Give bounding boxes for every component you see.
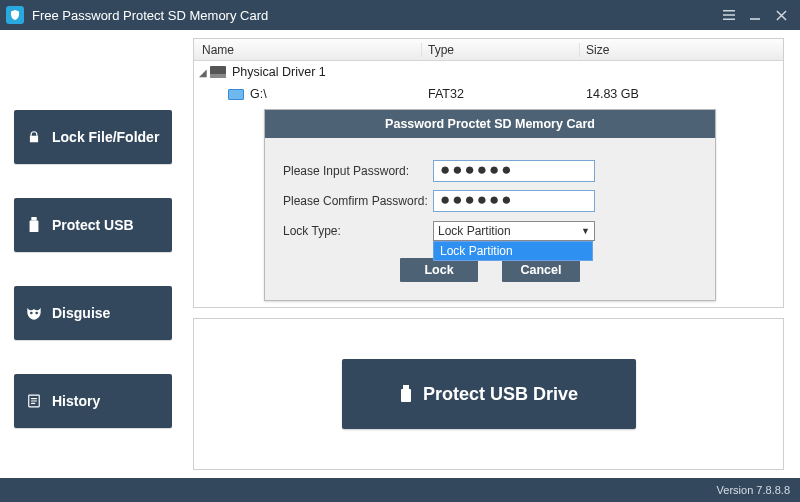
sidebar-item-history[interactable]: History (14, 374, 172, 428)
password-input[interactable]: ●●●●●● (433, 160, 595, 182)
label-confirm-password: Please Comfirm Password: (283, 194, 433, 208)
lock-icon (26, 129, 42, 145)
content: Name Type Size ◢ Physical Driver 1 G:\ (183, 30, 800, 478)
action-panel: Protect USB Drive (193, 318, 784, 470)
sidebar-item-disguise[interactable]: Disguise (14, 286, 172, 340)
label-input-password: Please Input Password: (283, 164, 433, 178)
sidebar-item-label: Protect USB (52, 217, 134, 233)
sidebar-item-protect-usb[interactable]: Protect USB (14, 198, 172, 252)
drive-panel: Name Type Size ◢ Physical Driver 1 G:\ (193, 38, 784, 308)
version-label: Version 7.8.8.8 (717, 484, 790, 496)
volume-type: FAT32 (422, 87, 580, 101)
usb-icon (399, 385, 413, 403)
svg-rect-5 (403, 385, 409, 389)
close-button[interactable] (768, 3, 794, 27)
volume-icon (228, 89, 244, 100)
drive-icon (210, 66, 226, 78)
collapse-toggle-icon[interactable]: ◢ (194, 67, 208, 78)
column-type[interactable]: Type (422, 43, 580, 57)
cancel-button[interactable]: Cancel (502, 258, 580, 282)
driver-row[interactable]: ◢ Physical Driver 1 (194, 61, 783, 83)
protect-usb-drive-button[interactable]: Protect USB Drive (342, 359, 636, 429)
shield-lock-icon (9, 9, 21, 21)
confirm-password-input[interactable]: ●●●●●● (433, 190, 595, 212)
sidebar-item-label: History (52, 393, 100, 409)
titlebar: Free Password Protect SD Memory Card (0, 0, 800, 30)
lock-type-option[interactable]: Lock Partition (434, 242, 592, 260)
sidebar-item-lock-file-folder[interactable]: Lock File/Folder (14, 110, 172, 164)
column-name[interactable]: Name (194, 43, 422, 57)
history-icon (26, 393, 42, 409)
lock-button[interactable]: Lock (400, 258, 478, 282)
menu-button[interactable] (716, 3, 742, 27)
main-area: Lock File/Folder Protect USB Disguise Hi… (0, 30, 800, 478)
dialog-body: Please Input Password: ●●●●●● Please Com… (265, 138, 715, 282)
column-size[interactable]: Size (580, 43, 783, 57)
minimize-button[interactable] (742, 3, 768, 27)
usb-icon (26, 217, 42, 233)
label-lock-type: Lock Type: (283, 224, 433, 238)
svg-point-2 (30, 312, 33, 315)
app-root: Free Password Protect SD Memory Card Loc… (0, 0, 800, 502)
protect-usb-label: Protect USB Drive (423, 384, 578, 405)
app-logo-icon (6, 6, 24, 24)
chevron-down-icon: ▼ (581, 226, 590, 236)
volume-size: 14.83 GB (580, 87, 783, 101)
table-header: Name Type Size (194, 39, 783, 61)
table-body: ◢ Physical Driver 1 G:\ FAT32 14.83 GB (194, 61, 783, 105)
sidebar-item-label: Disguise (52, 305, 110, 321)
driver-label: Physical Driver 1 (232, 65, 326, 79)
minimize-icon (749, 9, 761, 21)
svg-rect-6 (401, 389, 411, 402)
svg-point-3 (35, 312, 38, 315)
password-dialog: Password Proctet SD Memory Card Please I… (264, 109, 716, 301)
lock-type-select[interactable]: Lock Partition ▼ (433, 221, 595, 241)
sidebar-item-label: Lock File/Folder (52, 129, 159, 145)
statusbar: Version 7.8.8.8 (0, 478, 800, 502)
close-icon (776, 10, 787, 21)
lock-type-value: Lock Partition (438, 224, 511, 238)
svg-rect-1 (30, 221, 39, 233)
dialog-title: Password Proctet SD Memory Card (265, 110, 715, 138)
hamburger-icon (722, 9, 736, 21)
mask-icon (26, 305, 42, 321)
volume-name: G:\ (250, 87, 267, 101)
svg-rect-0 (31, 217, 36, 221)
volume-row[interactable]: G:\ FAT32 14.83 GB (194, 83, 783, 105)
app-title: Free Password Protect SD Memory Card (32, 8, 268, 23)
lock-type-dropdown: Lock Partition (433, 241, 593, 261)
sidebar: Lock File/Folder Protect USB Disguise Hi… (0, 30, 183, 478)
